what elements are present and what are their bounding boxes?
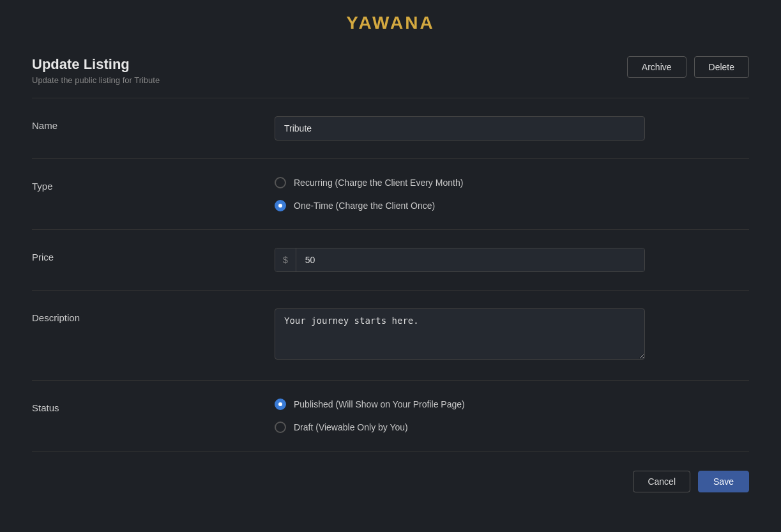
price-prefix: $	[275, 248, 296, 271]
price-input[interactable]	[296, 248, 644, 271]
name-label: Name	[32, 116, 275, 131]
status-draft-label: Draft (Viewable Only by You)	[294, 422, 408, 432]
app-header: YAWANA	[0, 0, 781, 43]
status-control: Published (Will Show on Your Profile Pag…	[275, 399, 749, 433]
page-subtitle: Update the public listing for Tribute	[32, 75, 160, 85]
type-recurring-radio[interactable]	[275, 177, 286, 188]
price-control: $	[275, 248, 749, 272]
description-label: Description	[32, 308, 275, 323]
status-published-option[interactable]: Published (Will Show on Your Profile Pag…	[275, 399, 749, 410]
status-label: Status	[32, 399, 275, 413]
type-control: Recurring (Charge the Client Every Month…	[275, 177, 749, 211]
description-row: Description Your journey starts here.	[32, 291, 749, 381]
price-label: Price	[32, 248, 275, 262]
type-onetime-radio[interactable]	[275, 200, 286, 211]
name-control	[275, 116, 749, 141]
name-row: Name	[32, 98, 749, 159]
type-radio-group: Recurring (Charge the Client Every Month…	[275, 177, 749, 211]
delete-button[interactable]: Delete	[694, 56, 749, 78]
type-recurring-label: Recurring (Charge the Client Every Month…	[294, 178, 463, 188]
type-onetime-label: One-Time (Charge the Client Once)	[294, 201, 435, 211]
header-actions: Archive Delete	[627, 56, 749, 78]
page-container: Update Listing Update the public listing…	[0, 43, 781, 518]
page-title-section: Update Listing Update the public listing…	[32, 56, 160, 85]
price-row: Price $	[32, 230, 749, 291]
type-recurring-option[interactable]: Recurring (Charge the Client Every Month…	[275, 177, 749, 188]
description-control: Your journey starts here.	[275, 308, 749, 362]
cancel-button[interactable]: Cancel	[633, 471, 690, 492]
status-row: Status Published (Will Show on Your Prof…	[32, 381, 749, 452]
archive-button[interactable]: Archive	[627, 56, 686, 78]
type-onetime-option[interactable]: One-Time (Charge the Client Once)	[275, 200, 749, 211]
save-button[interactable]: Save	[698, 471, 749, 492]
description-textarea[interactable]: Your journey starts here.	[275, 308, 645, 360]
status-draft-radio[interactable]	[275, 422, 286, 433]
status-radio-group: Published (Will Show on Your Profile Pag…	[275, 399, 749, 433]
status-draft-option[interactable]: Draft (Viewable Only by You)	[275, 422, 749, 433]
status-published-label: Published (Will Show on Your Profile Pag…	[294, 399, 465, 409]
price-wrapper: $	[275, 248, 645, 272]
page-title: Update Listing	[32, 56, 160, 73]
type-row: Type Recurring (Charge the Client Every …	[32, 159, 749, 230]
app-title: YAWANA	[0, 13, 781, 33]
status-published-radio[interactable]	[275, 399, 286, 410]
type-label: Type	[32, 177, 275, 192]
name-input[interactable]	[275, 116, 645, 141]
page-header: Update Listing Update the public listing…	[32, 56, 749, 85]
footer-actions: Cancel Save	[32, 452, 749, 492]
